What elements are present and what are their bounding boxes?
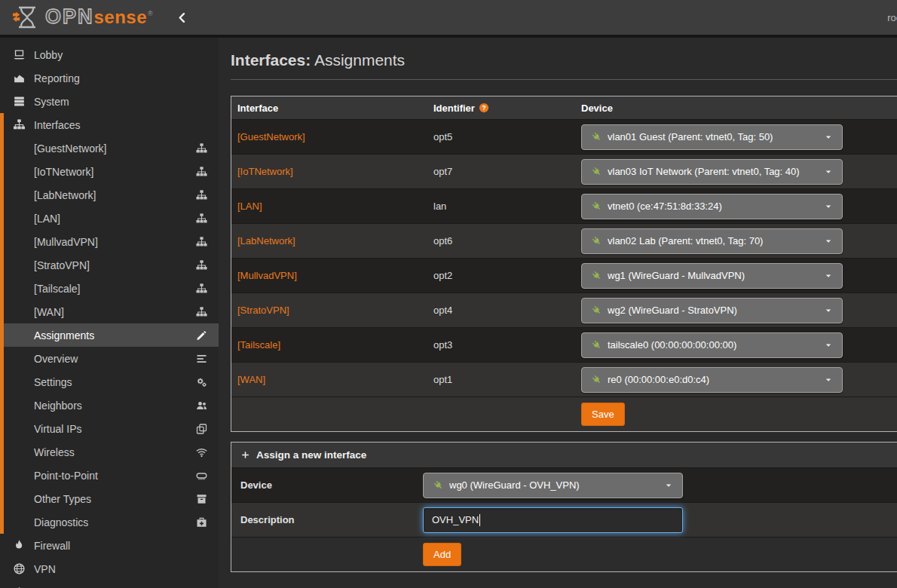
interface-link[interactable]: [Tailscale] <box>237 339 280 351</box>
device-select-value: vlan01 Guest (Parent: vtnet0, Tag: 50) <box>608 131 824 142</box>
interface-link[interactable]: [MullvadVPN] <box>237 270 297 281</box>
save-row: Save <box>231 397 897 431</box>
device-select-value: vlan03 IoT Network (Parent: vtnet0, Tag:… <box>608 166 824 177</box>
sidebar-item-lobby[interactable]: Lobby <box>0 43 219 66</box>
interface-link[interactable]: [LAN] <box>237 201 262 212</box>
sidebar-item-vpn[interactable]: VPN <box>0 557 219 580</box>
sidebar-item-label: [WAN] <box>34 306 195 318</box>
device-select[interactable]: vlan01 Guest (Parent: vtnet0, Tag: 50) <box>581 124 843 150</box>
sidebar-item-settings[interactable]: Settings <box>0 370 219 394</box>
save-button[interactable]: Save <box>581 403 625 426</box>
sidebar-item-stratovpn[interactable]: [StratoVPN] <box>0 253 219 277</box>
sidebar-item-label: [LAN] <box>34 213 195 225</box>
sidebar-item-reporting[interactable]: Reporting <box>0 66 219 90</box>
identifier-value: opt4 <box>433 305 452 316</box>
wifi-icon <box>195 446 208 458</box>
device-select[interactable]: re0 (00:00:00:e0:d0:c4) <box>581 367 843 393</box>
table-row-guestnetwork: [GuestNetwork]opt5vlan01 Guest (Parent: … <box>231 119 897 154</box>
sidebar-item-iotnetwork[interactable]: [IoTNetwork] <box>0 160 219 183</box>
table-header-row: Interface Identifier Device <box>231 96 897 119</box>
device-select[interactable]: wg2 (WireGuard - StratoVPN) <box>581 298 843 323</box>
device-select[interactable]: vlan02 Lab (Parent: vtnet0, Tag: 70) <box>581 228 843 254</box>
sidebar-item-wan[interactable]: [WAN] <box>0 300 219 323</box>
sidebar-item-wireless[interactable]: Wireless <box>0 440 219 464</box>
navbar-user-text[interactable]: roo <box>887 12 897 23</box>
plus-icon <box>240 450 250 460</box>
brand-sense-text: sense <box>94 7 148 28</box>
sidebar-item-tailscale[interactable]: [Tailscale] <box>0 277 219 300</box>
sidebar-item-assignments[interactable]: Assignments <box>0 323 219 347</box>
sidebar-item-point-to-point[interactable]: Point-to-Point <box>0 464 219 487</box>
caret-down-icon <box>824 271 833 280</box>
modem-icon <box>195 470 208 482</box>
sidebar-item-label: Diagnostics <box>34 516 195 528</box>
sidebar-item-firewall[interactable]: Firewall <box>0 534 219 557</box>
identifier-value: opt3 <box>433 339 452 351</box>
sidebar-item-label: Interfaces <box>34 119 208 131</box>
sidebar-item-label: Firewall <box>34 540 208 552</box>
help-icon[interactable] <box>479 103 489 113</box>
plug-icon <box>591 235 602 247</box>
text-cursor <box>479 514 480 526</box>
laptop-icon <box>12 48 26 61</box>
description-input-value: OVH_VPN <box>432 514 479 525</box>
interface-link[interactable]: [WAN] <box>237 374 265 385</box>
sidebar-item-services[interactable]: Services <box>0 580 219 588</box>
caret-down-icon <box>824 341 833 350</box>
sidebar-item-labnetwork[interactable]: [LabNetwork] <box>0 183 219 207</box>
device-select[interactable]: wg1 (WireGuard - MullvadVPN) <box>581 263 843 289</box>
device-select[interactable]: tailscale0 (00:00:00:00:00:00) <box>581 332 843 358</box>
sitemap-icon <box>12 118 26 131</box>
sidebar-item-label: [IoTNetwork] <box>34 166 195 178</box>
sidebar-item-interfaces[interactable]: Interfaces <box>0 113 219 136</box>
table-row-lan: [LAN]lanvtnet0 (ce:47:51:8d:33:24) <box>231 188 897 223</box>
sidebar-item-label: Settings <box>34 376 195 388</box>
sidebar-item-label: Other Types <box>34 493 195 505</box>
plug-icon <box>591 131 602 142</box>
device-select[interactable]: vtnet0 (ce:47:51:8d:33:24) <box>581 194 843 219</box>
assignments-table: Interface Identifier Device [GuestNetwor… <box>231 96 897 432</box>
table-row-tailscale: [Tailscale]opt3tailscale0 (00:00:00:00:0… <box>231 327 897 362</box>
globe-icon <box>12 562 26 575</box>
sitemap-icon <box>195 142 208 155</box>
sidebar-item-other-types[interactable]: Other Types <box>0 487 219 510</box>
interface-link[interactable]: [IoTNetwork] <box>237 166 293 177</box>
sidebar-item-label: [Tailscale] <box>34 283 195 295</box>
sidebar-item-neighbors[interactable]: Neighbors <box>0 394 219 417</box>
interface-link[interactable]: [LabNetwork] <box>237 235 295 247</box>
title-divider <box>231 79 897 80</box>
interface-link[interactable]: [GuestNetwork] <box>237 131 305 142</box>
plug-icon <box>591 201 602 212</box>
new-device-select-value: wg0 (WireGuard - OVH_VPN) <box>449 479 664 491</box>
sitemap-icon <box>195 189 208 201</box>
description-input[interactable]: OVH_VPN <box>423 507 683 533</box>
add-row: Add <box>231 537 897 571</box>
opnsense-logo[interactable]: OPNsense® <box>12 5 153 29</box>
device-select-value: wg2 (WireGuard - StratoVPN) <box>608 305 824 316</box>
sidebar-item-mullvadvpn[interactable]: [MullvadVPN] <box>0 230 219 253</box>
sidebar-collapse-button[interactable] <box>173 8 191 27</box>
caret-down-icon <box>824 375 833 384</box>
table-row-iotnetwork: [IoTNetwork]opt7vlan03 IoT Network (Pare… <box>231 154 897 188</box>
plug-icon <box>591 166 602 177</box>
new-device-select[interactable]: wg0 (WireGuard - OVH_VPN) <box>423 473 683 498</box>
table-row-stratovpn: [StratoVPN]opt4wg2 (WireGuard - StratoVP… <box>231 292 897 327</box>
page-title-section: Interfaces: <box>231 51 311 69</box>
sidebar-item-diagnostics[interactable]: Diagnostics <box>0 510 219 534</box>
sitemap-icon <box>195 306 208 318</box>
interface-link[interactable]: [StratoVPN] <box>237 305 289 316</box>
table-row-mullvadvpn: [MullvadVPN]opt2wg1 (WireGuard - Mullvad… <box>231 258 897 292</box>
plug-icon <box>591 339 602 351</box>
device-label: Device <box>231 479 423 491</box>
sidebar-item-virtual-ips[interactable]: Virtual IPs <box>0 417 219 440</box>
sidebar-item-guestnetwork[interactable]: [GuestNetwork] <box>0 136 219 160</box>
sidebar-item-system[interactable]: System <box>0 90 219 113</box>
add-button[interactable]: Add <box>423 543 461 566</box>
caret-down-icon <box>824 167 833 176</box>
new-device-row: Device wg0 (WireGuard - OVH_VPN) <box>231 467 897 502</box>
sidebar-item-label: VPN <box>34 563 208 575</box>
sidebar-item-overview[interactable]: Overview <box>0 347 219 370</box>
brand-registered-mark: ® <box>148 5 153 17</box>
device-select[interactable]: vlan03 IoT Network (Parent: vtnet0, Tag:… <box>581 159 843 185</box>
sidebar-item-lan[interactable]: [LAN] <box>0 207 219 230</box>
